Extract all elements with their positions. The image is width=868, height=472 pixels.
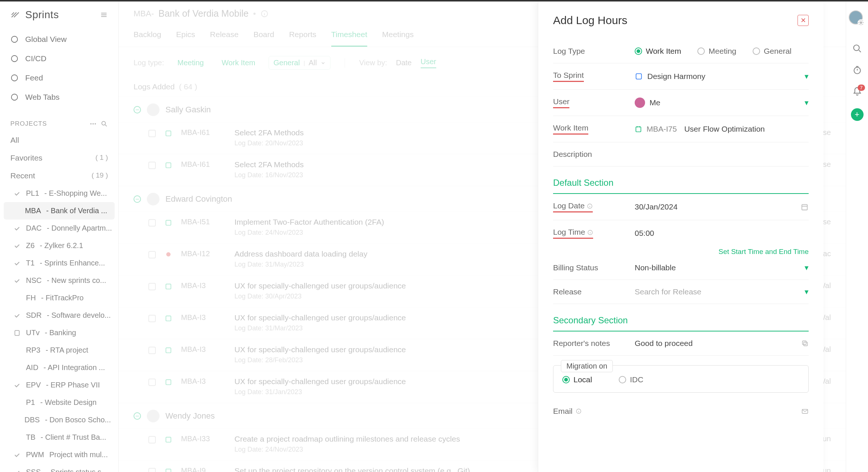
svg-rect-42 — [636, 127, 641, 132]
row-checkbox[interactable] — [148, 436, 156, 443]
breadcrumb-code: MBA- — [134, 9, 154, 19]
radio-circle — [619, 376, 626, 383]
tab-epics[interactable]: Epics — [176, 26, 195, 47]
row-checkbox[interactable] — [148, 219, 156, 227]
project-name: Project with mul... — [49, 450, 108, 459]
tab-release[interactable]: Release — [210, 26, 239, 47]
email-icon[interactable] — [801, 407, 809, 415]
search-projects-icon[interactable] — [101, 120, 108, 128]
field-notes[interactable]: Reporter's notes Good to proceed — [553, 331, 809, 356]
project-dbs[interactable]: DBS- Don Bosco Scho... — [0, 411, 118, 429]
radio-label: Work Item — [646, 47, 681, 56]
proj-group-favorites[interactable]: Favorites( 1 ) — [0, 149, 118, 167]
project-dac[interactable]: DAC- Donnelly Apartm... — [0, 220, 118, 237]
row-checkbox[interactable] — [148, 251, 156, 258]
set-times-link[interactable]: Set Start Time and End Time — [553, 241, 809, 256]
tab-backlog[interactable]: Backlog — [134, 26, 161, 47]
field-to-sprint[interactable]: To Sprint Design Harmony ▾ — [553, 63, 809, 90]
task-icon — [165, 378, 172, 386]
filter-meeting[interactable]: Meeting — [173, 56, 208, 69]
filter-general[interactable]: General | All — [269, 56, 331, 70]
project-epv[interactable]: EPV- ERP Phase VII — [0, 376, 118, 394]
row-checkbox[interactable] — [148, 347, 156, 354]
tab-reports[interactable]: Reports — [289, 26, 316, 47]
project-pwm[interactable]: PWMProject with mul... — [0, 446, 118, 463]
project-mba[interactable]: MBA- Bank of Verdia ... — [4, 202, 115, 220]
radio-general[interactable]: General — [753, 47, 792, 56]
project-utv[interactable]: UTv- Banking — [0, 324, 118, 341]
radio-meeting[interactable]: Meeting — [697, 47, 736, 56]
log-type-label: Log Type — [553, 47, 635, 56]
check-icon — [13, 190, 21, 197]
tab-board[interactable]: Board — [253, 26, 274, 47]
project-sdr[interactable]: SDR- Software develo... — [0, 307, 118, 324]
project-z6[interactable]: Z6- Zylker 6.2.1 — [0, 237, 118, 254]
project-aid[interactable]: AID- API Integration ... — [0, 359, 118, 376]
notes-label: Reporter's notes — [553, 339, 635, 348]
project-p1[interactable]: P1- Website Design — [0, 394, 118, 411]
radio-local[interactable]: Local — [562, 375, 592, 384]
project-t1[interactable]: T1- Sprints Enhance... — [0, 254, 118, 272]
calendar-icon[interactable] — [800, 203, 809, 211]
log-time-value: 05:00 — [635, 229, 654, 238]
project-name: - Client # Trust Ba... — [41, 433, 106, 442]
nav-web-tabs[interactable]: Web Tabs — [0, 88, 118, 107]
field-description[interactable]: Description — [553, 142, 809, 166]
project-name: - API Integration ... — [43, 363, 105, 372]
svg-point-22 — [166, 252, 171, 257]
svg-point-3 — [11, 36, 18, 43]
nav-ci-cd[interactable]: CI/CD — [0, 49, 118, 68]
project-rp3[interactable]: RP3- RTA project — [0, 341, 118, 359]
project-sss[interactable]: SSS- Sprints status s... — [0, 463, 118, 472]
user-value: Me — [650, 98, 660, 107]
more-icon[interactable] — [89, 120, 97, 128]
svg-rect-28 — [166, 348, 171, 353]
tab-meetings[interactable]: Meetings — [382, 26, 414, 47]
viewby-date[interactable]: Date — [396, 59, 411, 67]
field-user[interactable]: User Me ▾ — [553, 90, 809, 116]
row-checkbox[interactable] — [148, 130, 156, 137]
search-icon[interactable] — [852, 44, 862, 53]
radio-work-item[interactable]: Work Item — [635, 47, 681, 56]
tab-timesheet[interactable]: Timesheet — [331, 26, 367, 47]
row-checkbox[interactable] — [148, 283, 156, 290]
viewby-user[interactable]: User — [421, 57, 436, 68]
task-icon — [165, 436, 172, 443]
log-id: MBA-I51 — [181, 218, 226, 226]
user-name: Wendy Jones — [165, 411, 215, 421]
radio-idc[interactable]: IDC — [619, 375, 643, 384]
close-button[interactable]: ✕ — [798, 15, 809, 26]
info-icon[interactable] — [260, 10, 269, 18]
menu-toggle-icon[interactable] — [100, 11, 108, 19]
user-label: User — [553, 97, 569, 108]
notifications-icon[interactable]: 7 — [852, 87, 862, 96]
to-sprint-value: Design Harmony — [647, 72, 705, 81]
log-id: MBA-I9 — [181, 466, 226, 472]
field-work-item[interactable]: Work Item MBA-I75 User Flow Optimization — [553, 116, 809, 142]
project-pl1[interactable]: PL1- E-Shopping We... — [0, 185, 118, 202]
field-email[interactable]: Email — [553, 399, 809, 423]
project-tb[interactable]: TB- Client # Trust Ba... — [0, 429, 118, 446]
project-fh[interactable]: FH- FitTrackPro — [0, 289, 118, 307]
log-id: MBA-I3 — [181, 281, 226, 290]
gear-icon[interactable] — [858, 19, 864, 26]
field-log-date[interactable]: Log Date 30/Jan/2024 — [553, 194, 809, 220]
nav-global-view[interactable]: Global View — [0, 30, 118, 49]
nav-feed[interactable]: Feed — [0, 68, 118, 88]
timer-icon[interactable] — [852, 65, 862, 75]
row-checkbox[interactable] — [148, 379, 156, 386]
row-checkbox[interactable] — [148, 468, 156, 472]
field-log-time[interactable]: Log Time 05:00 — [553, 220, 809, 241]
field-release[interactable]: Release Search for Release ▾ — [553, 280, 809, 304]
proj-group-recent[interactable]: Recent( 19 ) — [0, 167, 118, 185]
field-billing[interactable]: Billing Status Non-billable ▾ — [553, 256, 809, 280]
proj-group-all[interactable]: All — [0, 131, 118, 149]
svg-point-60 — [854, 67, 860, 73]
radio-circle — [697, 47, 705, 55]
row-checkbox[interactable] — [148, 315, 156, 322]
filter-workitem[interactable]: Work Item — [217, 56, 260, 69]
copy-icon[interactable] — [801, 340, 809, 347]
add-button[interactable]: + — [851, 108, 864, 121]
row-checkbox[interactable] — [148, 162, 156, 169]
project-nsc[interactable]: NSC- New sprints co... — [0, 272, 118, 289]
